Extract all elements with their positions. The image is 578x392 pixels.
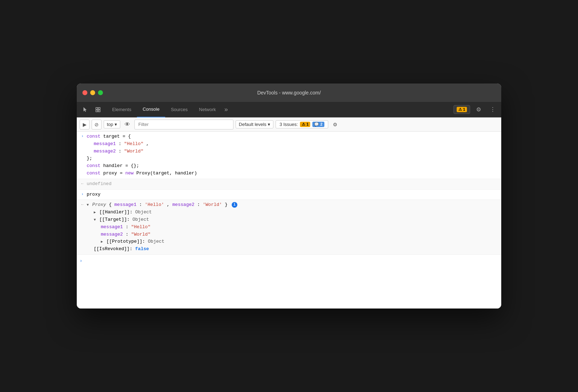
keyword-const-3: const	[87, 171, 100, 176]
target-key-message1: message1	[101, 224, 123, 230]
console-settings-btn[interactable]: ⚙	[330, 120, 340, 129]
toolbar-icons	[80, 104, 104, 115]
inspect-icon-btn[interactable]	[92, 104, 104, 115]
console-filter-input[interactable]	[134, 120, 233, 129]
code-line-5: const handler = {};	[87, 162, 498, 170]
live-expressions-btn[interactable]: 👁	[122, 120, 132, 129]
svg-rect-0	[96, 108, 98, 109]
prototype-val: Object	[148, 239, 164, 244]
close-button[interactable]	[82, 90, 87, 95]
key-message1: message1	[94, 141, 116, 146]
isrevoked-val: false	[135, 246, 149, 252]
issues-count-btn[interactable]: 3 Issues: ⚠ 1 💬 2	[276, 120, 328, 128]
console-output-scroll[interactable]: › const target = { message1 : "Hello" , …	[77, 132, 501, 309]
console-entry-result-1: ← undefined	[77, 179, 501, 190]
info-icon-btn[interactable]: i	[232, 202, 237, 208]
keyword-const-2: const	[87, 163, 100, 168]
code-line-1: const target = {	[87, 133, 498, 140]
tab-sources[interactable]: Sources	[165, 102, 193, 117]
console-prompt[interactable]: ›	[77, 255, 501, 268]
console-toolbar: ▶ ⊘ top ▾ 👁 Default levels ▾ 3 Issues: ⚠…	[77, 117, 501, 132]
cursor-icon-btn[interactable]	[80, 104, 91, 115]
target-message2-row: message2 : "World"	[87, 231, 498, 238]
prompt-symbol: ›	[80, 258, 82, 265]
devtools-settings-btn[interactable]: ⚙	[473, 104, 484, 115]
input-arrow-2: ›	[77, 191, 85, 198]
entry-content-result-1: undefined	[85, 180, 498, 188]
tab-more-btn[interactable]: »	[221, 106, 231, 113]
proxy-val-world: 'World'	[203, 202, 222, 207]
proxy-label: proxy	[87, 192, 100, 197]
warn-count-badge: ⚠ 1	[457, 107, 467, 112]
svg-rect-3	[98, 110, 100, 112]
window-title: DevTools - www.google.com/	[257, 90, 321, 96]
tab-elements[interactable]: Elements	[106, 102, 137, 117]
code-line-3: message2 : "World"	[87, 148, 498, 155]
code-line-4: };	[87, 155, 498, 162]
keyword-new: new	[125, 171, 133, 176]
log-levels-dropdown[interactable]: Default levels ▾	[236, 120, 273, 128]
tab-console[interactable]: Console	[137, 102, 165, 117]
entry-content-1: const target = { message1 : "Hello" , me…	[85, 133, 498, 177]
traffic-lights	[82, 90, 103, 95]
devtools-window: DevTools - www.google.com/ Elements	[77, 83, 501, 309]
val-hello-1: "Hello"	[124, 141, 144, 146]
val-undefined: undefined	[87, 181, 111, 186]
console-entry-input-2: › proxy	[77, 190, 501, 200]
target-val-world: "World"	[131, 232, 151, 237]
entry-content-2: proxy	[85, 191, 498, 198]
proxy-type-label: Proxy	[92, 202, 106, 207]
expand-prototype-arrow[interactable]: ▶	[101, 239, 103, 245]
proxy-key-message2: message2	[172, 202, 194, 207]
titlebar: DevTools - www.google.com/	[77, 83, 501, 102]
key-message2: message2	[94, 149, 116, 154]
expand-target-arrow[interactable]: ▼	[94, 217, 96, 223]
result-arrow-1: ←	[77, 180, 85, 187]
console-output: › const target = { message1 : "Hello" , …	[77, 132, 501, 309]
maximize-button[interactable]	[98, 90, 103, 95]
tab-network[interactable]: Network	[193, 102, 222, 117]
entry-content-result-2: ▼ Proxy { message1 : 'Hello' , message2 …	[85, 201, 498, 253]
issues-info-badge: 💬 2	[312, 122, 324, 127]
devtools-kebab-btn[interactable]: ⋮	[487, 104, 498, 115]
issues-warn-badge: ⚠ 1	[300, 122, 310, 127]
tabbar: Elements Console Sources Network » ⚠ 1 ⚙…	[77, 102, 501, 117]
target-row: ▼ [[Target]]: Object	[87, 216, 498, 224]
minimize-button[interactable]	[90, 90, 95, 95]
code-line-6: const proxy = new Proxy(target, handler)	[87, 170, 498, 177]
handler-val: Object	[135, 209, 152, 215]
expand-handler-arrow[interactable]: ▶	[94, 210, 96, 215]
target-message1-row: message1 : "Hello"	[87, 224, 498, 231]
input-arrow-1: ›	[77, 133, 85, 140]
code-line-2: message1 : "Hello" ,	[87, 140, 498, 148]
target-key-message2: message2	[101, 232, 123, 237]
svg-rect-2	[96, 110, 98, 112]
run-scripts-btn[interactable]: ▶	[80, 120, 89, 129]
isrevoked-row: [[IsRevoked]]: false	[87, 246, 498, 253]
result-arrow-2: ←	[77, 201, 85, 208]
console-entry-result-2: ← ▼ Proxy { message1 : 'Hello' , message…	[77, 200, 501, 255]
proxy-val-hello: 'Hello'	[145, 202, 164, 207]
target-val-hello: "Hello"	[131, 224, 151, 230]
keyword-const: const	[87, 134, 100, 139]
tabbar-right: ⚠ 1 ⚙ ⋮	[453, 104, 498, 115]
context-selector[interactable]: top ▾	[104, 120, 120, 128]
clear-console-btn[interactable]: ⊘	[92, 120, 102, 129]
prototype-row: ▶ [[Prototype]]: Object	[87, 238, 498, 246]
issues-badge[interactable]: ⚠ 1	[453, 105, 470, 114]
proxy-root: ▼ Proxy { message1 : 'Hello' , message2 …	[87, 201, 498, 209]
svg-rect-1	[98, 108, 100, 109]
handler-row: ▶ [[Handler]]: Object	[87, 209, 498, 216]
expand-arrow-proxy[interactable]: ▼	[87, 202, 89, 208]
val-world-1: "World"	[124, 149, 144, 154]
proxy-key-message1: message1	[114, 202, 136, 207]
console-entry-input-1: › const target = { message1 : "Hello" , …	[77, 132, 501, 179]
target-val: Object	[132, 217, 149, 222]
